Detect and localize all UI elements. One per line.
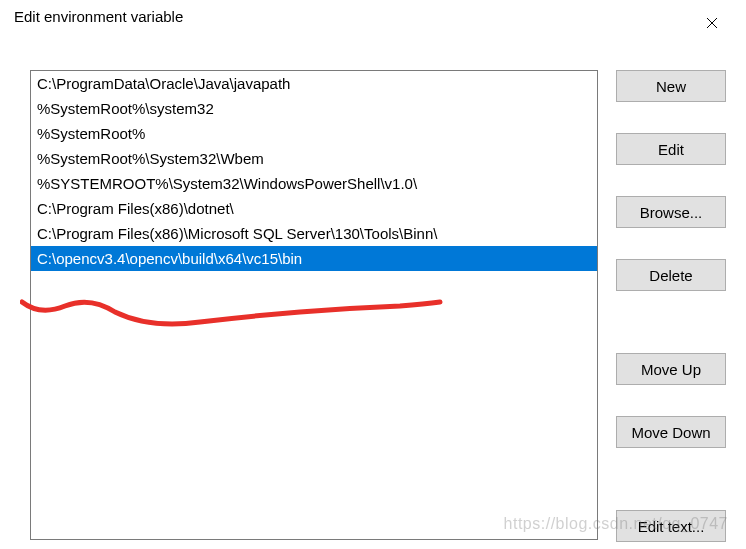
- list-item[interactable]: %SYSTEMROOT%\System32\WindowsPowerShell\…: [31, 171, 597, 196]
- list-item[interactable]: C:\Program Files(x86)\dotnet\: [31, 196, 597, 221]
- button-sidebar: New Edit Browse... Delete Move Up Move D…: [616, 70, 726, 542]
- edit-button[interactable]: Edit: [616, 133, 726, 165]
- dialog-title: Edit environment variable: [14, 8, 183, 25]
- list-item[interactable]: C:\Program Files(x86)\Microsoft SQL Serv…: [31, 221, 597, 246]
- browse-button[interactable]: Browse...: [616, 196, 726, 228]
- path-listbox[interactable]: C:\ProgramData\Oracle\Java\javapath%Syst…: [30, 70, 598, 540]
- list-item[interactable]: %SystemRoot%\System32\Wbem: [31, 146, 597, 171]
- titlebar: Edit environment variable: [0, 0, 746, 40]
- list-item[interactable]: C:\ProgramData\Oracle\Java\javapath: [31, 71, 597, 96]
- new-button[interactable]: New: [616, 70, 726, 102]
- list-item[interactable]: %SystemRoot%\system32: [31, 96, 597, 121]
- watermark-text: https://blog.csdn.net/qq_0747: [504, 515, 728, 533]
- list-item[interactable]: %SystemRoot%: [31, 121, 597, 146]
- list-item[interactable]: C:\opencv3.4\opencv\build\x64\vc15\bin: [31, 246, 597, 271]
- close-icon: [706, 17, 718, 29]
- move-down-button[interactable]: Move Down: [616, 416, 726, 448]
- dialog-content: C:\ProgramData\Oracle\Java\javapath%Syst…: [0, 40, 746, 542]
- move-up-button[interactable]: Move Up: [616, 353, 726, 385]
- delete-button[interactable]: Delete: [616, 259, 726, 291]
- close-button[interactable]: [692, 8, 732, 38]
